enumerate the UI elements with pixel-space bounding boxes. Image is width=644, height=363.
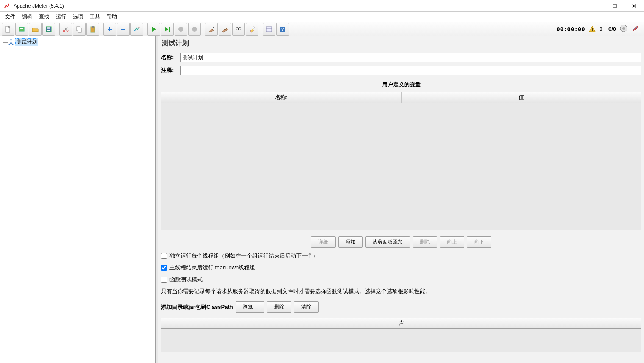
name-row: 名称:: [161, 53, 641, 62]
vars-table-body[interactable]: [161, 103, 641, 230]
svg-point-22: [139, 26, 140, 28]
toolbar-new-button[interactable]: [2, 23, 14, 36]
functest-checkbox[interactable]: [161, 277, 167, 283]
serial-checkbox[interactable]: [161, 253, 167, 259]
menubar: 文件 编辑 查找 运行 选项 工具 帮助: [0, 12, 644, 22]
functest-checkbox-row[interactable]: 函数测试模式: [161, 276, 641, 283]
vars-section-header: 用户定义的变量: [161, 81, 641, 89]
vars-col-name[interactable]: 名称:: [161, 92, 402, 103]
svg-rect-8: [47, 30, 50, 31]
toolbar-paste-button[interactable]: [86, 23, 99, 36]
comment-row: 注释:: [161, 66, 641, 75]
svg-rect-15: [78, 28, 81, 32]
menu-tools[interactable]: 工具: [86, 12, 103, 21]
name-label: 名称:: [161, 54, 178, 61]
svg-rect-1: [613, 4, 616, 8]
svg-rect-6: [20, 28, 23, 29]
svg-marker-23: [152, 27, 156, 32]
toolbar-open-button[interactable]: [29, 23, 42, 36]
serial-checkbox-label: 独立运行每个线程组（例如在一个组运行结束后启动下一个）: [169, 252, 318, 260]
serial-checkbox-row[interactable]: 独立运行每个线程组（例如在一个组运行结束后启动下一个）: [161, 252, 641, 260]
toolbar-shutdown-button[interactable]: [188, 23, 201, 36]
toolbar-templates-button[interactable]: [15, 23, 28, 36]
testplan-icon: [8, 39, 14, 46]
window-title: Apache JMeter (5.4.1): [14, 3, 586, 9]
toolbar-help-button[interactable]: ?: [276, 23, 289, 36]
warning-icon[interactable]: [588, 25, 596, 33]
vars-button-row: 详细 添加 从剪贴板添加 删除 向上 向下: [161, 236, 641, 248]
teardown-checkbox-row[interactable]: 主线程结束后运行 tearDown线程组: [161, 264, 641, 272]
toolbar-toggle-button[interactable]: [130, 23, 143, 36]
svg-point-44: [11, 39, 12, 41]
toolbar-clear-button[interactable]: [205, 23, 218, 36]
content-pane: 测试计划 名称: 注释: 用户定义的变量 名称: 值 详细 添加 从剪贴板添加 …: [158, 36, 644, 363]
comment-label: 注释:: [161, 67, 178, 74]
toolbar-save-button[interactable]: [42, 23, 55, 36]
classpath-label: 添加目录或jar包到ClassPath: [161, 303, 233, 311]
toolbar-clearall-button[interactable]: [219, 23, 231, 36]
menu-search[interactable]: 查找: [36, 12, 53, 21]
cp-clear-button[interactable]: 清除: [294, 301, 319, 313]
panel-title: 测试计划: [162, 39, 641, 48]
delete-button[interactable]: 删除: [413, 236, 437, 248]
library-table: 库: [161, 318, 641, 352]
svg-text:?: ?: [281, 27, 284, 32]
svg-point-43: [622, 27, 625, 30]
menu-help[interactable]: 帮助: [103, 12, 120, 21]
toolbar-stop-button[interactable]: [175, 23, 187, 36]
classpath-row: 添加目录或jar包到ClassPath 浏览... 删除 清除: [161, 301, 641, 313]
svg-rect-33: [266, 27, 272, 32]
comment-input[interactable]: [180, 66, 641, 75]
toolbar-collapse-button[interactable]: [117, 23, 130, 36]
browse-button[interactable]: 浏览...: [236, 301, 264, 313]
svg-point-41: [592, 30, 593, 31]
vars-table-header: 名称: 值: [161, 92, 641, 103]
vars-col-value[interactable]: 值: [402, 92, 641, 103]
up-button[interactable]: 向上: [440, 236, 464, 248]
svg-point-45: [9, 44, 10, 45]
status-warn-count: 0: [600, 26, 602, 32]
add-from-clipboard-button[interactable]: 从剪贴板添加: [365, 236, 410, 248]
svg-point-32: [253, 27, 255, 28]
toolbar-function-helper-button[interactable]: [263, 23, 275, 36]
svg-rect-17: [92, 26, 94, 28]
main-area: — 测试计划 测试计划 名称: 注释: 用户定义的变量 名称: 值 详细: [0, 36, 644, 363]
teardown-checkbox[interactable]: [161, 265, 167, 271]
window-close-button[interactable]: [625, 0, 644, 12]
svg-point-27: [192, 27, 197, 32]
feather-icon: [631, 24, 640, 34]
tree-root-row[interactable]: — 测试计划: [3, 38, 153, 46]
status-thread-ratio: 0/0: [608, 26, 616, 32]
toolbar: ? 00:00:00 0 0/0: [0, 22, 644, 36]
menu-run[interactable]: 运行: [53, 12, 69, 21]
library-header[interactable]: 库: [161, 318, 641, 329]
toolbar-copy-button[interactable]: [73, 23, 86, 36]
library-body[interactable]: [161, 329, 641, 352]
window-minimize-button[interactable]: [586, 0, 605, 12]
functest-note: 只有当你需要记录每个请求从服务器取得的数据到文件时才需要选择函数测试模式。选择这…: [161, 288, 641, 295]
menu-file[interactable]: 文件: [2, 12, 19, 21]
svg-point-21: [134, 30, 136, 31]
svg-marker-24: [165, 27, 168, 32]
svg-point-26: [178, 27, 183, 32]
toolbar-reset-search-button[interactable]: [246, 23, 258, 36]
tree-root-label[interactable]: 测试计划: [15, 38, 38, 46]
menu-options[interactable]: 选项: [69, 12, 86, 21]
functest-checkbox-label: 函数测试模式: [169, 276, 203, 283]
add-button[interactable]: 添加: [338, 236, 363, 248]
toolbar-start-notimers-button[interactable]: [161, 23, 174, 36]
menu-edit[interactable]: 编辑: [19, 12, 36, 21]
cp-delete-button[interactable]: 删除: [267, 301, 291, 313]
name-input[interactable]: [180, 53, 641, 62]
detail-button[interactable]: 详细: [311, 236, 336, 248]
tree-toggle-icon[interactable]: —: [3, 39, 7, 45]
toolbar-start-button[interactable]: [147, 23, 160, 36]
toolbar-search-button[interactable]: [232, 23, 245, 36]
svg-rect-9: [47, 27, 50, 29]
threads-icon: [619, 24, 628, 34]
window-maximize-button[interactable]: [605, 0, 625, 12]
toolbar-cut-button[interactable]: [59, 23, 72, 36]
tree-pane[interactable]: — 测试计划: [0, 36, 156, 363]
toolbar-expand-button[interactable]: [103, 23, 116, 36]
down-button[interactable]: 向下: [467, 236, 491, 248]
